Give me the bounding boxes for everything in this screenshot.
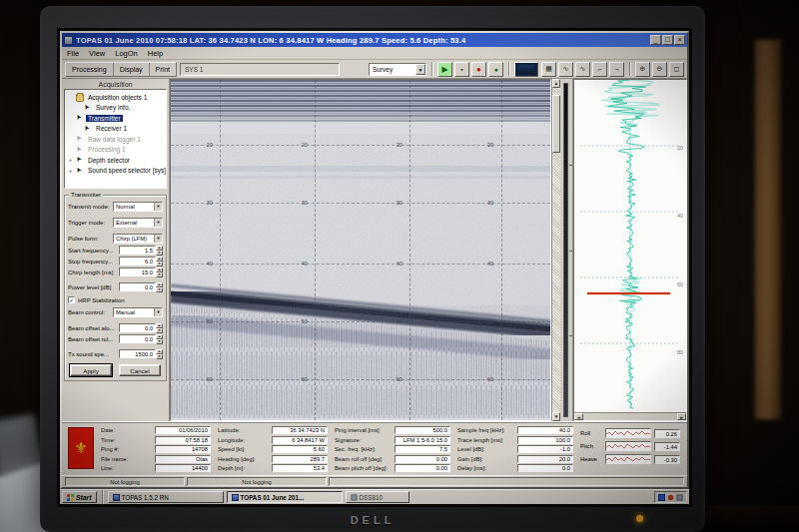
status-row: Ping #:14708 (101, 445, 211, 454)
chevron-down-icon[interactable] (154, 308, 162, 316)
toolbar-icon-button[interactable]: ¬ (609, 62, 624, 77)
echogram-scrollbar[interactable] (551, 79, 560, 421)
menu-item[interactable]: View (89, 49, 105, 58)
taskbar-item[interactable]: TOPAS 01 June 201... (227, 491, 343, 503)
status-row: Time:07:58:18 (101, 436, 211, 445)
motion-row: Heave -0.30 (580, 454, 680, 464)
status-row: Heading [deg]:289.7 (218, 455, 328, 464)
power-led[interactable] (636, 515, 643, 522)
tree-item[interactable]: + Depth selector (66, 155, 165, 166)
tree-item[interactable]: Acquisition objects 1 (66, 92, 165, 103)
chevron-down-icon[interactable] (154, 235, 162, 243)
spin-down-icon[interactable] (156, 287, 163, 292)
status-row: Ping interval [ms]:500.0 (335, 426, 450, 435)
scroll-up-icon[interactable] (552, 79, 560, 88)
menu-item[interactable]: LogOn (115, 49, 138, 58)
trigger-mode-dropdown[interactable]: External (113, 218, 163, 228)
status-row: Level [dB]:-1.0 (457, 445, 573, 454)
status-row: Speed [kt]:5.60 (218, 445, 328, 454)
hrp-stabilization-checkbox[interactable] (68, 296, 75, 303)
chevron-down-icon[interactable] (154, 219, 162, 227)
status-group-nav: Latitude:36 34.7423 NLongitude:6 34.8417… (218, 426, 328, 473)
depth-mark-label: 40 (487, 261, 493, 266)
scroll-right-icon[interactable] (677, 413, 686, 420)
palette-swatch-button[interactable] (514, 62, 538, 77)
maximize-button[interactable] (662, 35, 673, 45)
status-row: Date:01/06/2010 (101, 426, 211, 435)
acquisition-tree: Acquisition objects 1 Survey info. (64, 89, 167, 189)
zoom-icon-button[interactable]: ⊖ (652, 62, 667, 77)
survey-dropdown[interactable]: Survey (369, 63, 426, 76)
start-frequency-field[interactable]: 1.5 (119, 246, 163, 255)
spin-down-icon[interactable] (156, 328, 163, 333)
toolbar-icon-button[interactable]: ∿ (558, 62, 573, 77)
tx-sound-speed-field[interactable]: 1500.0 (119, 349, 163, 358)
tree-item[interactable]: Transmitter (66, 113, 165, 124)
spin-down-icon[interactable] (156, 354, 163, 359)
tree-expand-toggle[interactable]: + (67, 157, 74, 163)
zoom-icon-button[interactable]: ⊕ (635, 62, 650, 77)
echogram-display[interactable]: 2020202030303030404040405050505060606060 (170, 79, 551, 421)
tab-button[interactable]: Display (114, 63, 150, 76)
transmit-mode-dropdown[interactable]: Normal (113, 202, 163, 212)
zoom-icon-button[interactable]: ◻ (669, 62, 684, 77)
start-button[interactable]: Start (62, 491, 97, 503)
toolbar-icon-button[interactable]: ▶ (437, 62, 452, 77)
tray-status-icon[interactable] (668, 494, 674, 500)
beam-offset-roll-field[interactable]: 0.0 (119, 334, 163, 343)
tray-network-icon[interactable] (658, 494, 665, 501)
cancel-button[interactable]: Cancel (119, 364, 161, 376)
spin-down-icon[interactable] (156, 251, 163, 256)
echogram-depth-marks: 2020202030303030404040405050505060606060 (171, 80, 550, 420)
acquisition-header: Acquisition (64, 80, 167, 89)
motion-sparkline (605, 428, 651, 438)
toolbar-icon-button[interactable]: ∿ (575, 62, 590, 77)
pulse-form-dropdown[interactable]: Chirp (LFM) (113, 234, 163, 244)
trace-tick-label: 40 (677, 213, 683, 219)
toolbar-icon-button[interactable]: ▦ (541, 62, 556, 77)
trace-scrollbar[interactable] (574, 412, 686, 420)
stop-frequency-field[interactable]: 6.0 (119, 257, 163, 266)
motion-sensor-group: Roll 0.26 Pitch (580, 426, 680, 464)
menu-item[interactable]: File (67, 49, 79, 58)
apply-button[interactable]: Apply (70, 364, 112, 376)
chevron-down-icon[interactable] (415, 64, 425, 75)
tab-button[interactable]: Print (150, 63, 176, 76)
tree-item[interactable]: Raw data logger 1 (66, 134, 165, 145)
toolbar-icon-button[interactable]: ● (488, 62, 503, 77)
tray-volume-icon[interactable] (677, 494, 683, 500)
scroll-left-icon[interactable] (574, 413, 583, 420)
minimize-button[interactable] (650, 35, 661, 45)
spin-down-icon[interactable] (156, 272, 163, 277)
chevron-down-icon[interactable] (154, 203, 162, 211)
tree-item-icon (76, 94, 84, 102)
system-tray (654, 491, 687, 503)
close-button[interactable] (674, 35, 685, 45)
spin-down-icon[interactable] (156, 339, 163, 344)
spin-down-icon[interactable] (156, 262, 163, 266)
tree-item-icon (76, 114, 84, 122)
motion-row: Pitch -1.44 (580, 441, 680, 451)
trace-panel[interactable]: 20406080 (573, 79, 687, 421)
power-level-field[interactable]: 0.0 (119, 282, 163, 291)
title-bar[interactable]: TOPAS 01 June 2010 07:58:18 LAT: 36 34.7… (62, 33, 687, 47)
amplitude-colorbar (560, 79, 573, 421)
status-row: Beam pitch off [deg]:0.00 (335, 464, 450, 473)
tx-sound-speed-row: Tx sound spe... 1500.0 (68, 349, 163, 358)
tab-button[interactable]: Processing (66, 63, 114, 76)
toolbar-icon-button[interactable]: ● (471, 62, 486, 77)
chirp-length-field[interactable]: 15.0 (119, 267, 163, 276)
toolbar-icon-button[interactable]: ⌐ (592, 62, 607, 77)
toolbar-icon-button[interactable]: ▪ (454, 62, 469, 77)
status-row: Line:14400 (101, 464, 211, 473)
taskbar-item[interactable]: DSS810 (346, 491, 409, 503)
scroll-down-icon[interactable] (552, 412, 560, 421)
tree-item[interactable]: + Sound speed selector [sys] (66, 166, 165, 177)
taskbar-item[interactable]: TOPAS 1.5.2 RN (108, 491, 224, 503)
beam-offset-along-field[interactable]: 0.0 (119, 323, 163, 332)
scrollbar-thumb[interactable] (552, 95, 560, 154)
beam-control-dropdown[interactable]: Manual (113, 307, 163, 317)
depth-mark-label: 20 (207, 142, 213, 148)
status-group-tx: Ping interval [ms]:500.0Signature:LFM 1.… (335, 426, 450, 473)
menu-item[interactable]: Help (148, 49, 163, 58)
